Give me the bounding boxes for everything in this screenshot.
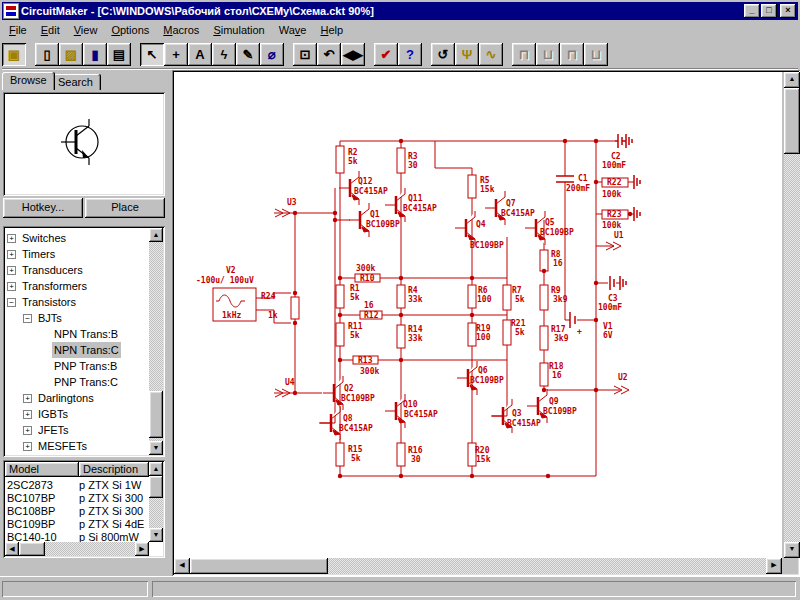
tree-item-transducers[interactable]: +Transducers (7, 262, 147, 278)
tree-item-pnp-trans-b[interactable]: PNP Trans:B (7, 358, 147, 374)
description-cell[interactable]: p ZTX Si 1W (79, 479, 149, 492)
minimize-button[interactable]: _ (744, 4, 760, 18)
collapse-icon[interactable]: − (7, 298, 16, 307)
schematic-vscrollbar[interactable]: ▲ ▼ (784, 72, 800, 558)
tree-item-label[interactable]: IGBTs (36, 406, 70, 422)
tree-item-label[interactable]: PNP Trans:C (52, 374, 120, 390)
table-scroll-right[interactable]: ▶ (135, 542, 149, 556)
tree-item-label[interactable]: NPN Trans:C (52, 342, 121, 358)
expand-icon[interactable]: + (7, 266, 16, 275)
tab-search[interactable]: Search (50, 74, 101, 90)
resistor-symbol[interactable] (397, 285, 405, 308)
table-hscrollbar[interactable]: ◀ ▶ (5, 542, 149, 556)
zoom-tool-button[interactable]: ⌀ (260, 43, 284, 66)
tree-item-transformers[interactable]: +Transformers (7, 278, 147, 294)
resistor-symbol[interactable] (468, 323, 476, 346)
expand-icon[interactable]: + (23, 426, 32, 435)
naming-tool-button[interactable]: ✎ (236, 43, 260, 66)
tree-item-label[interactable]: PNP Trans:B (52, 358, 119, 374)
delete-tool-button[interactable]: ϟ (212, 43, 236, 66)
help-button[interactable]: ? (398, 43, 422, 66)
tree-item-label[interactable]: BJTs (36, 310, 64, 326)
tree-item-label[interactable]: NPN Trans:B (52, 326, 120, 342)
table-scroll-up[interactable]: ▲ (149, 462, 163, 476)
save-button[interactable]: ▮ (83, 43, 107, 66)
resistor-symbol[interactable] (468, 175, 476, 198)
table-scroll-down[interactable]: ▼ (149, 528, 163, 542)
schematic-scroll-down[interactable]: ▼ (784, 542, 800, 558)
resistor-symbol[interactable] (336, 323, 344, 346)
text-tool-button[interactable]: A (188, 43, 212, 66)
resistor-symbol[interactable] (397, 443, 405, 466)
column-header-model[interactable]: Model (5, 462, 79, 477)
new-file-button[interactable]: ▯ (35, 43, 59, 66)
model-cell[interactable]: BC109BP (7, 518, 77, 531)
tree-item-pnp-trans-c[interactable]: PNP Trans:C (7, 374, 147, 390)
resistor-symbol[interactable] (540, 250, 548, 271)
schematic-scroll-right[interactable]: ▶ (766, 558, 782, 574)
resistor-symbol[interactable] (503, 320, 511, 345)
tree-item-npn-trans-b[interactable]: NPN Trans:B (7, 326, 147, 342)
mirror-button[interactable]: ◀▶ (341, 43, 365, 66)
tree-item-label[interactable]: Transducers (20, 262, 85, 278)
menu-help[interactable]: Help (313, 22, 350, 38)
transistor-symbol[interactable] (527, 389, 547, 423)
reset-button[interactable]: ↺ (431, 43, 455, 66)
tree-item-transistors[interactable]: −Transistors (7, 294, 147, 310)
probe-button[interactable]: Ψ (455, 43, 479, 66)
open-file-button[interactable]: ▨ (59, 43, 83, 66)
menu-file[interactable]: File (2, 22, 34, 38)
resistor-symbol[interactable] (397, 325, 405, 348)
maximize-button[interactable]: □ (761, 4, 777, 18)
tree-scroll-down[interactable]: ▼ (149, 441, 163, 455)
resistor-symbol[interactable] (503, 285, 511, 310)
arrow-tool-button[interactable]: ↖ (140, 43, 164, 66)
table-vscrollbar[interactable]: ▲ ▼ (149, 462, 163, 542)
resistor-symbol[interactable] (291, 297, 299, 319)
schematic-canvas[interactable]: R25kR330Q12BC415APQ11BC415APU3Q1BC109BPR… (174, 72, 782, 558)
resistor-symbol[interactable] (336, 146, 344, 173)
menu-view[interactable]: View (67, 22, 105, 38)
tree-scroll-thumb[interactable] (149, 391, 163, 438)
description-cell[interactable]: p ZTX Si 4dE (79, 518, 149, 531)
hotkey-button[interactable]: Hotkey... (3, 198, 83, 218)
resistor-symbol[interactable] (540, 285, 548, 310)
tree-item-switches[interactable]: +Switches (7, 230, 147, 246)
tree-item-label[interactable]: Switches (20, 230, 68, 246)
run-analyses-button[interactable]: ∿ (479, 43, 503, 66)
transistor-symbol[interactable] (385, 394, 405, 428)
fit-window-button[interactable]: ⊡ (293, 43, 317, 66)
expand-icon[interactable]: + (7, 234, 16, 243)
transistor-symbol[interactable] (485, 191, 505, 225)
tree-item-label[interactable]: Transistors (20, 294, 78, 310)
resistor-symbol[interactable] (468, 285, 476, 308)
schematic-scroll-left[interactable]: ◀ (174, 558, 190, 574)
print-button[interactable]: ▤ (107, 43, 131, 66)
expand-icon[interactable]: + (23, 442, 32, 451)
menu-edit[interactable]: Edit (34, 22, 67, 38)
model-cell[interactable]: BC108BP (7, 505, 77, 518)
tab-browse[interactable]: Browse (2, 72, 55, 90)
tree-item-jfets[interactable]: +JFETs (7, 422, 147, 438)
tree-item-label[interactable]: Darlingtons (36, 390, 96, 406)
menu-macros[interactable]: Macros (156, 22, 206, 38)
menu-simulation[interactable]: Simulation (206, 22, 271, 38)
transistor-symbol[interactable] (320, 406, 340, 440)
erc-check-button[interactable]: ✔ (374, 43, 398, 66)
tree-item-label[interactable]: Timers (20, 246, 57, 262)
table-scroll-left[interactable]: ◀ (5, 542, 19, 556)
rotate-button[interactable]: ↶ (317, 43, 341, 66)
resistor-symbol[interactable] (540, 363, 548, 386)
wire-tool-button[interactable]: + (164, 43, 188, 66)
place-button[interactable]: Place (85, 198, 165, 218)
tree-item-darlingtons[interactable]: +Darlingtons (7, 390, 147, 406)
resistor-symbol[interactable] (397, 148, 405, 173)
menu-wave[interactable]: Wave (272, 22, 314, 38)
tree-item-label[interactable]: JFETs (36, 422, 71, 438)
resistor-symbol[interactable] (540, 326, 548, 350)
resistor-symbol[interactable] (336, 443, 344, 466)
tree-scrollbar[interactable]: ▲ ▼ (149, 228, 163, 455)
schematic-vscroll-thumb[interactable] (784, 88, 800, 154)
collapse-icon[interactable]: − (23, 314, 32, 323)
column-header-description[interactable]: Description (79, 462, 149, 477)
